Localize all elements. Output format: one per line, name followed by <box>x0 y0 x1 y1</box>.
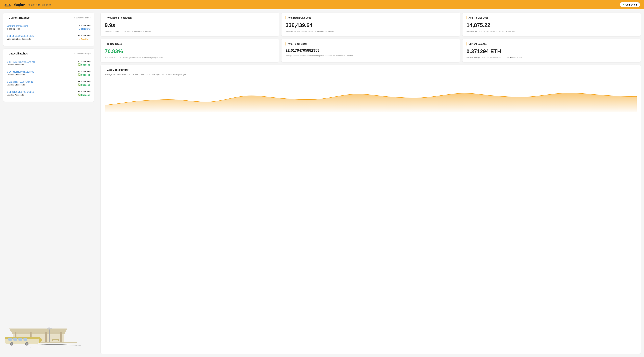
tx-count: 22 tx in batch <box>78 34 90 37</box>
svg-point-23 <box>47 328 52 330</box>
svg-rect-14 <box>8 338 12 341</box>
svg-rect-11 <box>60 332 62 342</box>
batch-sub-value: 7 seconds <box>15 64 24 66</box>
svg-point-2 <box>9 5 10 6</box>
batch-sub: Mined in: 7 seconds <box>7 64 35 66</box>
batch-sub-value: 12 seconds <box>15 84 25 86</box>
batch-item-left: 0xd34926143d78ed...84d3bc Mined in: 7 se… <box>7 60 35 66</box>
stat-value: 336,439.64 <box>286 22 456 28</box>
status-badge-success: ✅ Success <box>78 83 90 86</box>
tx-count: 24 tx in batch <box>78 70 90 73</box>
batch-item-right: 22 tx in batch ⓘ Pending <box>78 34 90 40</box>
batch-hash-link[interactable]: 0x9b8d156a4507ff...a76216 <box>7 91 34 93</box>
batch-item-left: 0x9b8d156a4507ff...a76216 Mined in: 7 se… <box>7 90 34 96</box>
stat-card-header: Avg. Tx Gas Cost <box>466 16 636 19</box>
svg-rect-22 <box>49 329 50 342</box>
success-icon: ✅ <box>78 93 80 96</box>
current-batches-timestamp: a few seconds ago <box>74 16 90 19</box>
batch-item-right: 2 tx in batch ⊙ Batching <box>78 24 90 30</box>
svg-line-5 <box>17 343 80 345</box>
stat-description: Base on average batch cost this will all… <box>466 56 636 59</box>
pending-icon: ⓘ <box>78 37 80 40</box>
batch-item-right: 23 tx in batch ✅ Success <box>78 80 90 86</box>
batch-item: 0x56c3c2afc0e98b...12c395 Mined in: 18 s… <box>7 68 90 78</box>
svg-rect-9 <box>30 332 32 342</box>
tx-count: 2 tx in batch <box>78 24 90 27</box>
batch-hash-link[interactable]: 0x56c3c2afc0e98b...12c395 <box>7 70 34 73</box>
stat-title: Avg. Batch Gas Cost <box>288 16 311 19</box>
stat-value: 14,875.22 <box>466 22 636 28</box>
accent-bar <box>105 16 105 19</box>
accent-bar <box>7 16 8 19</box>
connected-label: Connected <box>626 3 637 6</box>
train-illustration <box>0 314 84 357</box>
stat-card-avg-tx-per-batch: Avg. Tx per Batch 22.61764705882353 Aver… <box>282 39 460 62</box>
chart-title: Gas Cost History <box>107 68 128 71</box>
app-header: Maglev An Ethereum Tx Station Connected <box>0 0 644 9</box>
batch-hash-link[interactable]: Batching Transactions <box>7 25 28 27</box>
svg-rect-10 <box>45 332 47 342</box>
stat-title: Avg. Tx per Batch <box>288 42 308 45</box>
stat-card-header: Tx Gas Saved <box>105 42 275 45</box>
batch-item: 0xd34926143d78ed...84d3bc Mined in: 7 se… <box>7 58 90 68</box>
batch-item-right: 22 tx in batch ✅ Success <box>78 90 90 96</box>
svg-rect-16 <box>18 338 22 341</box>
batching-icon: ⊙ <box>78 27 80 30</box>
svg-rect-13 <box>5 337 38 339</box>
stat-title: Tx Gas Saved <box>107 42 122 45</box>
batch-item-right: 24 tx in batch ✅ Success <box>78 70 90 76</box>
stat-card-current-balance: Current Balance 0.371294 ETH Base on ave… <box>462 39 641 62</box>
batch-hash-link[interactable]: 0x7c2b4cdc413767...fa6df2 <box>7 81 34 83</box>
stat-card-tx-gas-cost: Avg. Tx Gas Cost 14,875.22 Based on the … <box>462 13 641 36</box>
accent-bar <box>286 16 286 19</box>
batch-sub-value: 18 seconds <box>15 74 25 76</box>
tx-count-value: 22 <box>78 34 80 37</box>
stat-title: Avg. Batch Resolution <box>107 16 132 19</box>
batch-hash-link[interactable]: 0xd34926143d78ed...84d3bc <box>7 60 35 63</box>
gas-cost-history-card: Gas Cost History Average batched transac… <box>101 65 641 354</box>
app-subtitle: An Ethereum Tx Station <box>28 3 51 6</box>
status-badge-success: ✅ Success <box>78 73 90 76</box>
stat-card-header: Avg. Batch Resolution <box>105 16 275 19</box>
status-badge-success: ✅ Success <box>78 93 90 96</box>
batch-item-right: 30 tx in batch ✅ Success <box>78 60 90 66</box>
logo-icon <box>4 2 12 7</box>
svg-line-4 <box>10 343 77 345</box>
stat-description: Based on the execution time of the previ… <box>105 30 275 33</box>
connected-indicator <box>623 4 624 5</box>
accent-bar <box>7 52 8 55</box>
accent-bar <box>466 16 467 19</box>
batch-item-left: 0x56c3c2afc0e98b...12c395 Mined in: 18 s… <box>7 70 34 76</box>
accent-bar <box>466 42 467 45</box>
tx-count: 30 tx in batch <box>78 60 90 63</box>
connected-button[interactable]: Connected <box>620 2 640 7</box>
svg-rect-25 <box>52 340 53 342</box>
current-batches-title: Current Batches <box>9 16 30 19</box>
current-batches-card: Current Batches a few seconds ago Batchi… <box>3 13 94 46</box>
batch-item: 0x9b8d156a4507ff...a76216 Mined in: 7 se… <box>7 88 90 98</box>
svg-point-30 <box>47 348 47 348</box>
status-label: Success <box>81 94 90 96</box>
tx-count: 22 tx in batch <box>78 90 90 93</box>
latest-batches-timestamp: a few seconds ago <box>74 52 90 55</box>
stat-card-tx-gas-saved: Tx Gas Saved 70.83% How much a batched t… <box>101 39 279 62</box>
stat-card-batch-resolution: Avg. Batch Resolution 9.9s Based on the … <box>101 13 279 36</box>
stat-title: Current Balance <box>468 42 487 45</box>
status-label: Success <box>81 84 90 86</box>
svg-point-21 <box>26 343 28 345</box>
current-batches-title-row: Current Batches <box>7 16 30 19</box>
svg-point-1 <box>5 5 6 6</box>
batch-item-left: 0x7c2b4cdc413767...fa6df2 Mined in: 12 s… <box>7 80 34 86</box>
batch-hash-link[interactable]: 0xbbef9be2e0ad06...6130ae <box>7 35 34 37</box>
accent-bar <box>105 68 105 71</box>
svg-point-31 <box>55 347 56 347</box>
status-badge-batching: ⊙ Batching <box>78 27 90 30</box>
chart-header: Gas Cost History <box>105 68 636 71</box>
latest-batches-card: Latest Batches a few seconds ago 0xd3492… <box>3 49 94 102</box>
svg-rect-26 <box>58 340 59 342</box>
success-icon: ✅ <box>78 63 80 66</box>
status-badge-success: ✅ Success <box>78 63 90 66</box>
header-left: Maglev An Ethereum Tx Station <box>4 2 51 7</box>
svg-point-18 <box>10 342 14 346</box>
gas-chart-svg <box>105 78 636 112</box>
